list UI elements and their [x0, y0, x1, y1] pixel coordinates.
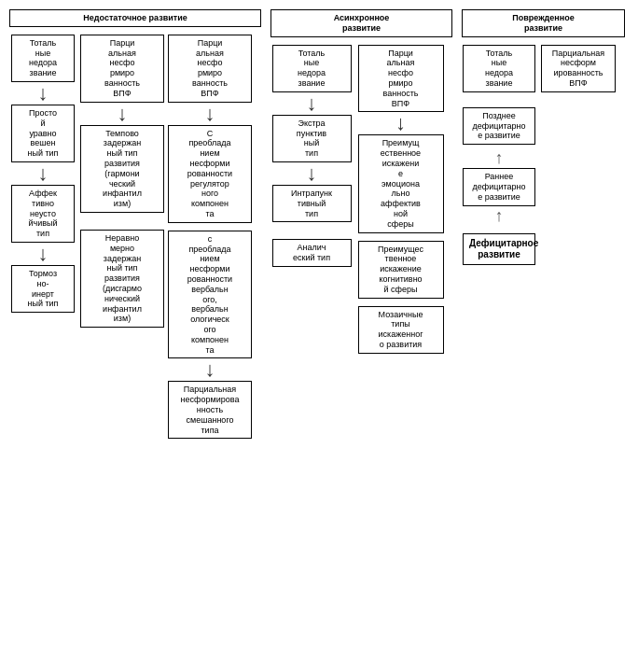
box-preimushch-kogn: Преимущественноеискажениекогнитивной сфе… [358, 241, 444, 299]
arrow3: ↓ [38, 244, 49, 264]
arrow-as1: ↓ [307, 93, 317, 114]
box-pov-total: Тотальныенедоразвание [463, 45, 535, 92]
arrow1: ↓ [38, 83, 49, 104]
arrow-pov-up2: ↑ [495, 206, 504, 226]
box-affektivno: Аффективнонеустойчивыйтип [11, 185, 75, 243]
section1-title: Недостаточное развитие [9, 9, 261, 27]
box-deficitarnoe: Дефицитарноеразвитие [463, 233, 535, 265]
section-asinhronnoe: Асинхронноеразвитие Тотальныенедоразвани… [270, 9, 452, 439]
section2-title: Асинхронноеразвитие [270, 9, 452, 37]
box-intrapunkt: Интрапунктивныйтип [272, 185, 352, 222]
box-as-partsial: ПарциальнаянесформированностьВПФ [358, 45, 444, 113]
section-nedostatochnoe: Недостаточное развитие Тотальныенедоразв… [9, 9, 261, 439]
arrow4: ↓ [118, 104, 128, 124]
box-tempovo: Темповозадержанный типразвития(гармониче… [80, 125, 164, 213]
box-s-preoblad: Спреобладаниемнесформированностирегулято… [168, 125, 252, 223]
box-prostoy: Простойуравновешенный тип [11, 105, 75, 162]
box-ekstrapunkt: Экстрапунктивныйтип [272, 115, 352, 162]
async-col2-flow: ПарциальнаянесформированностьВПФ ↓ Преим… [356, 45, 445, 354]
col2-flow: ПарциальнаянесформированностьВПФ ↓ Темпо… [80, 35, 164, 440]
box-partsial-smesh: Парциальнаянесформированностьсмешанногот… [168, 381, 252, 439]
box-s-preoblad2: спреобладаниемнесформированностивербальн… [168, 231, 252, 359]
col1-flow: Тотальныенедоразвание ↓ Простойуравновеш… [9, 35, 76, 440]
arrow-as3: ↓ [395, 113, 406, 133]
arrow2: ↓ [38, 163, 49, 184]
col3-flow: ПарциальнаянесформированностьВПФ ↓ Спрео… [168, 35, 252, 440]
arrow-pov-up1: ↑ [495, 148, 504, 168]
box-mozaichnye: Мозаичныетипыискаженного развития [358, 306, 444, 354]
box-rannee: Раннеедефицитарное развитие [463, 168, 535, 205]
box-pov-partsial: ПарциальнаянесформированностьВПФ [541, 45, 616, 92]
box-preimushch-emots: Преимущественноеискажениеэмоциональноафф… [358, 134, 444, 232]
arrow5: ↓ [205, 104, 215, 124]
box-totalnye1: Тотальныенедоразвание [11, 35, 75, 82]
box-analitich: Аналический тип [272, 239, 352, 267]
arrow6: ↓ [205, 359, 215, 380]
pov-col1-flow: Тотальныенедоразвание Позднеедефицитарно… [462, 45, 536, 265]
box-partsial3a: ПарциальнаянесформированностьВПФ [168, 35, 252, 103]
async-col1-flow: Тотальныенедоразвание ↓ Экстрапунктивный… [270, 45, 353, 354]
box-pozdnee: Позднеедефицитарное развитие [463, 107, 535, 145]
box-as-total: Тотальныенедоразвание [272, 45, 352, 92]
box-neravnomerno: Неравномернозадержанный типразвития(дисг… [80, 230, 164, 328]
arrow-as2: ↓ [307, 163, 317, 184]
section3-title: Поврежденноеразвитие [462, 9, 625, 37]
box-tormoz: Тормозно-инертный тип [11, 265, 75, 313]
diagram-container: Недостаточное развитие Тотальныенедоразв… [9, 9, 629, 439]
section-povrezhdennoe: Поврежденноеразвитие Тотальныенедоразван… [462, 9, 625, 439]
pov-col2-flow: ПарциальнаянесформированностьВПФ [540, 45, 617, 265]
box-partsial2a: ПарциальнаянесформированностьВПФ [80, 35, 164, 103]
